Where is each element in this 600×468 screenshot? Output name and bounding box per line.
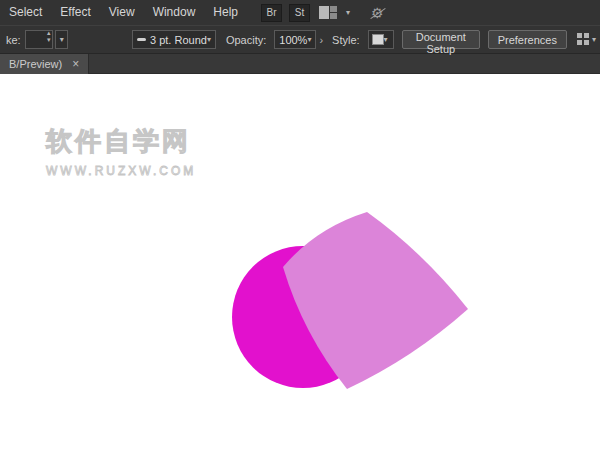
chevron-down-icon: ▾ xyxy=(592,35,596,44)
document-tab-title: B/Preview) xyxy=(9,58,62,70)
chevron-down-icon: ▾ xyxy=(207,35,211,44)
artboard-canvas[interactable]: 软件自学网 WWW.RUZXW.COM xyxy=(0,74,600,468)
opacity-label: Opacity: xyxy=(226,34,266,46)
artwork xyxy=(0,74,600,468)
chevron-down-icon: ▾ xyxy=(384,35,388,44)
menu-bar: Select Effect View Window Help Br St ▾ ⚙ xyxy=(0,0,600,25)
style-select[interactable]: ▾ xyxy=(368,30,394,49)
stroke-label: ke: xyxy=(6,34,21,46)
opacity-flyout-icon[interactable]: › xyxy=(319,34,323,46)
stock-icon[interactable]: St xyxy=(289,4,310,22)
brush-definition-select[interactable]: 3 pt. Round ▾ xyxy=(132,30,216,49)
chevron-down-icon[interactable]: ▾ xyxy=(346,8,350,17)
brush-preview-icon xyxy=(137,38,146,41)
transform-panel-icon[interactable]: ▾ xyxy=(577,33,596,46)
close-icon[interactable]: × xyxy=(72,58,79,70)
app-bar-icons: Br St ▾ ⚙ xyxy=(261,4,384,22)
menu-help[interactable]: Help xyxy=(204,0,247,25)
preferences-button[interactable]: Preferences xyxy=(488,30,567,49)
opacity-value: 100% xyxy=(279,34,307,46)
bridge-icon[interactable]: Br xyxy=(261,4,282,22)
document-tab-bar: B/Preview) × xyxy=(0,54,600,74)
stroke-weight-stepper[interactable]: ▴ ▾ xyxy=(25,30,54,49)
stepper-arrows-icon[interactable]: ▴ ▾ xyxy=(47,33,51,47)
control-bar: ke: ▴ ▾ ▾ 3 pt. Round ▾ Opacity: 100% ▾ … xyxy=(0,25,600,54)
menu-window[interactable]: Window xyxy=(144,0,205,25)
document-tab[interactable]: B/Preview) × xyxy=(0,54,89,74)
illustrator-window: Select Effect View Window Help Br St ▾ ⚙… xyxy=(0,0,600,468)
stroke-weight-dropdown[interactable]: ▾ xyxy=(55,30,68,49)
arrange-documents-icon[interactable] xyxy=(317,5,339,21)
document-setup-button[interactable]: Document Setup xyxy=(402,30,480,49)
chevron-down-icon: ▾ xyxy=(60,35,64,44)
menu-view[interactable]: View xyxy=(100,0,144,25)
style-label: Style: xyxy=(332,34,360,46)
style-swatch xyxy=(372,34,384,45)
chevron-down-icon: ▾ xyxy=(307,35,311,44)
brush-name: 3 pt. Round xyxy=(150,34,207,46)
opacity-select[interactable]: 100% ▾ xyxy=(274,30,316,49)
gpu-performance-icon[interactable]: ⚙ xyxy=(371,6,384,20)
menu-select[interactable]: Select xyxy=(0,0,51,25)
menu-effect[interactable]: Effect xyxy=(51,0,99,25)
